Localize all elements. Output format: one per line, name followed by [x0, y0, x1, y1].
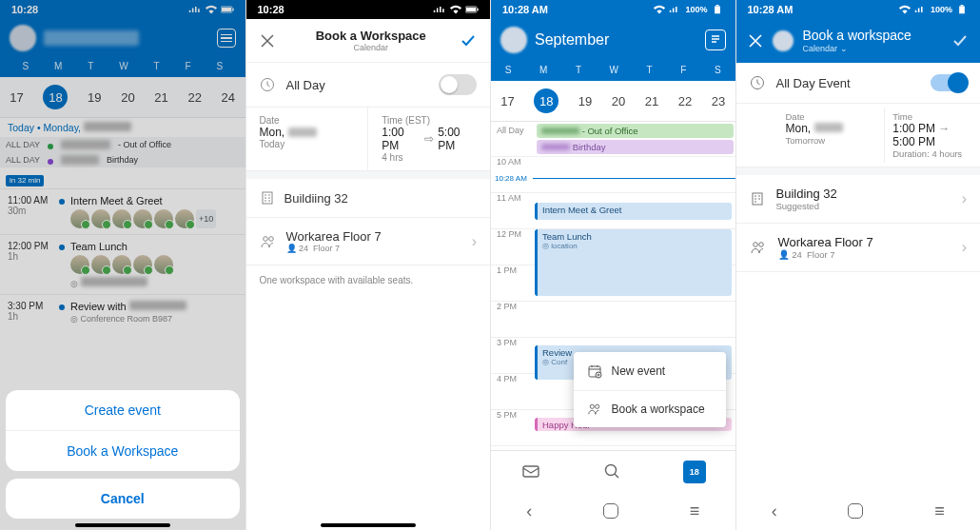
availability-note: One workspace with available seats.	[246, 265, 491, 295]
now-label: 10:28 AM	[495, 174, 527, 183]
date-cell[interactable]: 21	[645, 94, 658, 108]
confirm-check-icon[interactable]	[460, 32, 477, 49]
svg-point-14	[590, 404, 594, 408]
svg-rect-19	[961, 5, 964, 6]
mail-tab[interactable]	[520, 461, 543, 483]
allday-event-2[interactable]: Birthday	[537, 140, 734, 154]
svg-point-15	[595, 404, 598, 408]
status-clock: 10:28	[258, 4, 284, 15]
status-icons	[433, 5, 479, 14]
status-icons: 100%	[653, 5, 723, 14]
chevron-down-icon[interactable]: ⌄	[840, 44, 848, 53]
back-button[interactable]: ‹	[772, 501, 777, 521]
android-nav: ‹ ≡	[491, 492, 735, 530]
calendar-tab[interactable]: 18	[683, 461, 706, 483]
floor-row[interactable]: Workarea Floor 7 👤 24 Floor 7 ›	[736, 224, 981, 272]
building-row[interactable]: Building 32 Suggested ›	[736, 175, 981, 224]
date-cell[interactable]: 18	[534, 88, 559, 113]
svg-rect-10	[715, 6, 720, 13]
avatar[interactable]	[500, 27, 527, 53]
home-indicator[interactable]	[75, 523, 170, 527]
people-icon	[587, 402, 602, 416]
feed-icon[interactable]	[705, 29, 726, 50]
date-cell[interactable]: 17	[500, 94, 514, 108]
people-icon	[750, 241, 767, 254]
avatar[interactable]	[773, 30, 794, 51]
new-event-action[interactable]: New event	[574, 352, 726, 391]
allday-row[interactable]: All Day Event	[736, 63, 981, 104]
confirm-check-icon[interactable]	[951, 32, 969, 49]
chevron-right-icon: ›	[472, 233, 477, 250]
home-indicator[interactable]	[321, 523, 416, 527]
chevron-right-icon: ›	[962, 190, 967, 207]
floor-row[interactable]: Workarea Floor 7 👤 24 Floor 7 ›	[246, 218, 491, 265]
chevron-right-icon: ›	[962, 239, 967, 256]
status-clock: 10:28 AM	[502, 4, 548, 15]
svg-point-8	[263, 236, 267, 241]
svg-point-23	[758, 243, 763, 247]
close-icon[interactable]	[260, 33, 283, 49]
svg-rect-7	[263, 192, 272, 204]
allday-label: All Day	[491, 122, 537, 156]
clock-icon	[750, 75, 765, 90]
people-icon	[260, 235, 277, 248]
page-title: Book a Workspace Calendar	[283, 29, 461, 52]
page-title: Book a workspace Calendar ⌄	[803, 29, 911, 52]
time-cell[interactable]: Time (EST) 1:00 PM ⇨ 5:00 PM 4 hrs	[367, 108, 490, 170]
weekday-row: SMTWTFS	[491, 61, 735, 81]
create-event-action[interactable]: Create event	[6, 390, 240, 430]
home-button[interactable]	[848, 503, 863, 519]
date-cell[interactable]: Date Mon, Tomorrow	[778, 108, 873, 163]
svg-rect-21	[753, 193, 762, 205]
fab-menu: New event Book a workspace	[574, 352, 726, 427]
date-cell[interactable]: 22	[678, 94, 692, 108]
calendar-plus-icon	[587, 363, 602, 379]
svg-rect-18	[959, 6, 965, 13]
date-cell[interactable]: 19	[578, 94, 592, 108]
date-cell[interactable]: 20	[612, 94, 625, 108]
timeline-event[interactable]: Team Lunch◎ location	[535, 229, 732, 296]
allday-label: All Day	[286, 78, 325, 92]
svg-rect-11	[715, 5, 718, 6]
cancel-action[interactable]: Cancel	[6, 479, 240, 519]
android-nav: ‹ ≡	[736, 492, 981, 530]
building-icon	[260, 190, 275, 206]
svg-point-9	[268, 236, 273, 241]
building-row[interactable]: Buildiing 32	[246, 179, 491, 218]
close-icon[interactable]	[748, 33, 763, 49]
status-clock: 10:28 AM	[748, 4, 794, 15]
clock-icon	[260, 77, 277, 92]
timeline-event[interactable]: Intern Meet & Greet	[535, 203, 732, 220]
svg-point-17	[606, 464, 617, 475]
status-icons: 100%	[898, 5, 969, 14]
svg-point-22	[753, 243, 757, 247]
book-workspace-action[interactable]: Book a Workspace	[6, 430, 240, 471]
bottom-tabs: 18	[491, 450, 735, 492]
building-icon	[750, 191, 765, 206]
book-workspace-action[interactable]: Book a workspace	[574, 391, 726, 427]
back-button[interactable]: ‹	[526, 501, 532, 521]
allday-row[interactable]: All Day	[246, 63, 491, 108]
month-title[interactable]: September	[535, 31, 609, 49]
date-cell[interactable]: 23	[712, 94, 725, 108]
svg-rect-16	[523, 466, 539, 477]
svg-rect-4	[466, 8, 476, 11]
recents-button[interactable]: ≡	[934, 501, 945, 521]
allday-event-1[interactable]: - Out of Office	[537, 124, 734, 138]
allday-toggle[interactable]	[931, 74, 967, 91]
time-cell[interactable]: Time 1:00 PM → 5:00 PM Duration: 4 hours	[884, 108, 980, 163]
date-row[interactable]: 17181920212223	[491, 81, 735, 122]
date-cell[interactable]: Date Mon, Today	[246, 108, 368, 170]
allday-toggle[interactable]	[439, 74, 477, 95]
search-tab[interactable]	[601, 461, 624, 483]
recents-button[interactable]: ≡	[690, 501, 700, 521]
svg-rect-5	[477, 9, 478, 11]
now-indicator	[533, 178, 735, 179]
home-button[interactable]	[603, 503, 618, 519]
